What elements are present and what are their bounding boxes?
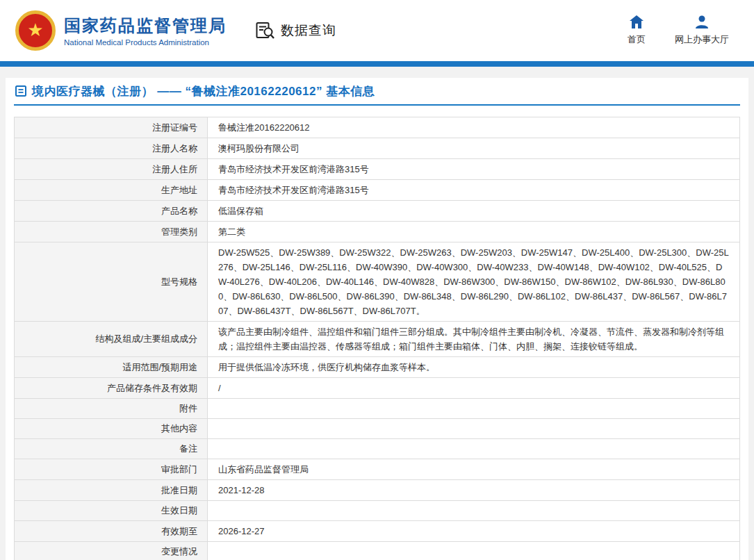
org-name-en: National Medical Products Administration — [64, 38, 227, 47]
table-row: 产品储存条件及有效期/ — [15, 378, 739, 399]
table-row: 变更情况 — [15, 542, 739, 560]
row-label: 产品名称 — [15, 201, 208, 221]
row-value: 鲁械注准20162220612 — [208, 117, 739, 138]
row-value — [208, 439, 739, 459]
header: ★ 国家药品监督管理局 National Medical Products Ad… — [0, 0, 754, 61]
org-name-cn: 国家药品监督管理局 — [64, 15, 227, 36]
row-label: 生产地址 — [15, 180, 208, 200]
row-label: 备注 — [15, 439, 208, 459]
row-value: 青岛市经济技术开发区前湾港路315号 — [208, 180, 739, 200]
national-emblem-icon: ★ — [15, 10, 56, 51]
table-row: 注册人名称澳柯玛股份有限公司 — [15, 138, 739, 159]
row-label: 产品储存条件及有效期 — [15, 378, 208, 398]
data-query-tab[interactable]: 数据查询 — [256, 22, 336, 40]
nav-label-service-hall: 网上办事大厅 — [675, 33, 729, 46]
row-value: 低温保存箱 — [208, 201, 739, 221]
row-value: 2026-12-27 — [208, 521, 739, 541]
user-icon — [695, 15, 709, 28]
row-label: 适用范围/预期用途 — [15, 357, 208, 377]
row-label: 注册人名称 — [15, 138, 208, 158]
header-divider-bar — [0, 61, 754, 67]
row-label: 有效期至 — [15, 521, 208, 541]
header-nav: 首页 网上办事大厅 — [628, 15, 739, 46]
table-row: 适用范围/预期用途用于提供低温冷冻环境，供医疗机构储存血浆等样本。 — [15, 357, 739, 378]
table-row: 注册证编号鲁械注准20162220612 — [15, 117, 739, 138]
table-row: 审批部门山东省药品监督管理局 — [15, 459, 739, 480]
row-value — [208, 399, 739, 418]
star-icon: ★ — [27, 21, 43, 39]
table-row: 型号规格DW-25W525、DW-25W389、DW-25W322、DW-25W… — [15, 242, 739, 322]
row-value: 2021-12-28 — [208, 480, 739, 500]
row-value: 用于提供低温冷冻环境，供医疗机构储存血浆等样本。 — [208, 357, 739, 377]
row-value: DW-25W525、DW-25W389、DW-25W322、DW-25W263、… — [208, 242, 739, 321]
row-value — [208, 542, 739, 560]
row-label: 批准日期 — [15, 480, 208, 500]
table-row: 附件 — [15, 399, 739, 419]
table-row: 结构及组成/主要组成成分该产品主要由制冷组件、温控组件和箱门组件三部分组成。其中… — [15, 322, 739, 357]
table-row: 批准日期2021-12-28 — [15, 480, 739, 501]
row-label: 生效日期 — [15, 501, 208, 520]
nav-item-service-hall[interactable]: 网上办事大厅 — [675, 15, 729, 46]
row-label: 变更情况 — [15, 542, 208, 560]
home-icon — [630, 15, 644, 28]
table-row: 生产地址青岛市经济技术开发区前湾港路315号 — [15, 180, 739, 201]
nav-item-home[interactable]: 首页 — [628, 15, 646, 46]
row-label: 其他内容 — [15, 419, 208, 438]
document-icon — [15, 85, 26, 97]
main-content: 境内医疗器械（注册） —— “鲁械注准20162220612” 基本信息 注册证… — [6, 78, 748, 560]
table-row: 生效日期 — [15, 501, 739, 521]
info-table: 注册证编号鲁械注准20162220612注册人名称澳柯玛股份有限公司注册人住所青… — [14, 117, 740, 560]
row-value: 澳柯玛股份有限公司 — [208, 138, 739, 158]
row-value: 第二类 — [208, 222, 739, 242]
table-row: 注册人住所青岛市经济技术开发区前湾港路315号 — [15, 159, 739, 180]
row-label: 型号规格 — [15, 242, 208, 321]
row-label: 审批部门 — [15, 459, 208, 479]
row-value: 青岛市经济技术开发区前湾港路315号 — [208, 159, 739, 179]
table-row: 备注 — [15, 439, 739, 459]
row-value: 该产品主要由制冷组件、温控组件和箱门组件三部分组成。其中制冷组件主要由制冷机、冷… — [208, 322, 739, 356]
row-label: 附件 — [15, 399, 208, 418]
data-query-label: 数据查询 — [281, 22, 336, 40]
row-label: 注册人住所 — [15, 159, 208, 179]
page-title: 境内医疗器械（注册） —— “鲁械注准20162220612” 基本信息 — [32, 83, 375, 99]
row-label: 结构及组成/主要组成成分 — [15, 322, 208, 356]
table-row: 有效期至2026-12-27 — [15, 521, 739, 542]
table-row: 其他内容 — [15, 419, 739, 439]
row-label: 注册证编号 — [15, 117, 208, 138]
row-value — [208, 419, 739, 438]
row-value: / — [208, 378, 739, 398]
org-names: 国家药品监督管理局 National Medical Products Admi… — [64, 15, 227, 47]
table-row: 管理类别第二类 — [15, 222, 739, 242]
nav-label-home: 首页 — [628, 33, 646, 46]
nmpa-logo[interactable]: ★ 国家药品监督管理局 National Medical Products Ad… — [15, 10, 227, 51]
table-row: 产品名称低温保存箱 — [15, 201, 739, 222]
row-value — [208, 501, 739, 520]
row-value: 山东省药品监督管理局 — [208, 459, 739, 479]
data-query-icon — [256, 22, 275, 40]
row-label: 管理类别 — [15, 222, 208, 242]
page-title-bar: 境内医疗器械（注册） —— “鲁械注准20162220612” 基本信息 — [14, 78, 740, 106]
